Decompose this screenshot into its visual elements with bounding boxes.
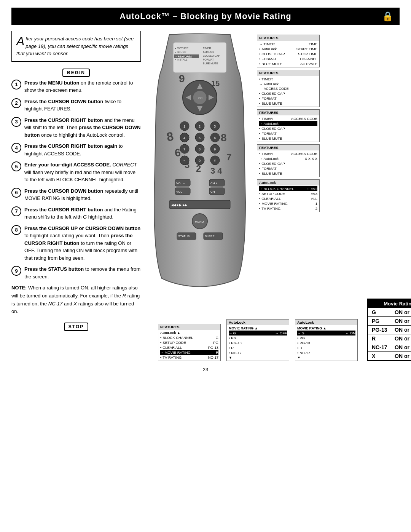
rating-row-pg13: PG-13 ON or OFF [368,326,411,334]
svg-text:• PICTURE: • PICTURE [175,47,188,50]
step-7-number: 7 [11,206,21,216]
remote-control: • PICTURE • SOUND →FEATURES • INSTALL TI… [147,31,253,291]
step-1-number: 1 [11,80,21,89]
menu-1-row-blue: • BLUE MUTE ACTIVATE [259,61,317,66]
page-header: AutoLock™ – Blocking by Movie Rating 🔒 [11,8,400,25]
step-3-number: 3 [11,117,21,127]
menu-1-row-timer: → TIMER TIME [259,42,317,46]
m2-autolock: → AutoLock [259,81,317,86]
rating-table-title: Movie Rating Options [384,301,411,307]
svg-text:VOL +: VOL + [176,182,185,185]
step-7-text: Press the CURSOR RIGHT button and the Ra… [24,206,141,221]
page: AutoLock™ – Blocking by Movie Rating 🔒 A… [0,0,411,532]
bm3-rating-label: MOVIE RATING ▲ [297,326,355,331]
step-9-number: 9 [11,266,21,276]
svg-text:FORMAT: FORMAT [203,58,214,61]
rating-val-x: ON or OFF [395,353,411,359]
m5-block: → BLOCK CHANNEL ↔ AV2 [259,186,317,191]
bullet-icon: • [259,47,260,51]
m2-blue: • BLUE MUTE [259,101,317,106]
bm1-body: AutoLock ▲ • BLOCK CHANNEL G • SETUP COD… [158,330,220,361]
m5-movie: • MOVIE RATING 1 [259,201,317,206]
svg-text:• INSTALL: • INSTALL [175,58,187,61]
value: STOP TIME [298,52,317,56]
menu-box-3: FEATURES • TIMER ACCESS CODE → AutoLock … [257,109,320,142]
label: BLUE MUTE [261,62,282,66]
svg-text:8: 8 [199,147,201,151]
rating-table-header: Movie Rating Options [368,299,411,308]
rating-code-nc17: NC-17 [372,344,395,350]
bullet-icon: • [259,62,260,66]
bm1-features-header: FEATURES [158,324,220,330]
bm3-nc17: • NC-17 [297,350,355,355]
m2-access: ACCESS CODE - - - - [264,86,317,91]
rating-code-r: R [372,335,395,342]
m5-clear: • CLEAR ALL ALL [259,196,317,201]
step-8: 8 Press the CURSOR UP or CURSOR DOWN but… [11,225,141,262]
m3-blue: • BLUE MUTE [259,136,317,141]
step-1-text: Press the MENU button on the remote cont… [24,79,141,94]
bm1-setup: • SETUP CODE PG [160,340,218,345]
svg-text:5: 5 [199,136,201,140]
arrow-icon: → [259,42,263,46]
page-title: AutoLock™ – Blocking by Movie Rating [119,11,292,21]
value: TIME [309,42,317,46]
menu-1-row-format: • FORMAT CHANNEL [259,56,317,61]
step-4-number: 4 [11,143,21,153]
steps-container: 1 Press the MENU button on the remote co… [11,79,141,281]
step-7: 7 Press the CURSOR RIGHT button and the … [11,206,141,221]
menu-box-4: FEATURES • TIMER ACCESS CODE → AutoLock … [257,144,320,177]
svg-text:7: 7 [183,147,185,151]
menu-4-body: • TIMER ACCESS CODE → AutoLock X X X X • [257,150,319,177]
menu-5-body: → BLOCK CHANNEL ↔ AV2 • SETUP CODE AV3 • [257,185,319,212]
svg-text:7: 7 [226,152,231,162]
menu-3-header: FEATURES [257,110,319,115]
menu-box-5: AutoLock → BLOCK CHANNEL ↔ AV2 • SETUP C… [257,179,320,212]
rating-val-pg13: ON or OFF [395,327,411,333]
svg-text:9: 9 [214,147,216,151]
value: CHANNEL [300,57,317,61]
bm3-r: • R [297,345,355,350]
label: TIMER [264,42,275,46]
svg-text:4: 4 [183,136,185,140]
svg-text:2: 2 [196,163,201,174]
menu-3-body: • TIMER ACCESS CODE → AutoLock - - - - • [257,115,319,142]
step-2-number: 2 [11,98,21,108]
step-4-text: Press the CURSOR RIGHT button again to h… [24,142,141,157]
bottom-menu-3: AutoLock MOVIE RATING ▲ → G ↔ ON • PG [295,319,358,361]
label: FORMAT [261,57,276,61]
svg-text:MENU: MENU [195,220,204,224]
rating-val-g: ON or OFF [395,309,411,315]
svg-text:BLUE MUTE: BLUE MUTE [203,62,218,65]
note-text: When a rating is turned ON, all higher r… [11,285,140,314]
menu-2-body: • TIMER → AutoLock ACCESS CODE - - - - [257,76,319,107]
bm3-pg: • PG [297,335,355,340]
bullet-icon: • [259,52,260,56]
rating-row-x: X ON or OFF [368,352,411,360]
stop-badge-container: STOP [11,320,141,333]
svg-text:TIMER: TIMER [203,47,211,50]
m3-autolock: → AutoLock - - - - [259,121,317,126]
bottom-section: FEATURES AutoLock ▲ • BLOCK CHANNEL G • … [147,299,411,361]
svg-text:VOL -: VOL - [176,190,184,193]
intro-text: fter your personal access code has been … [16,36,134,56]
svg-text:15: 15 [211,79,220,88]
step-9: 9 Press the STATUS button to remove the … [11,265,141,280]
svg-text:9: 9 [179,73,185,85]
svg-text:• SOUND: • SOUND [175,51,186,53]
value: ACTIVATE [300,62,317,66]
label: CLOSED CAP [261,52,285,56]
page-number-value: 23 [203,367,208,372]
bm2-nc17: • NC-17 [229,350,287,355]
bm1-movie: → MOVIE RATING R [160,350,218,355]
svg-text:CH -: CH - [210,190,217,193]
svg-text:1: 1 [183,125,185,128]
rating-row-g: G ON or OFF [368,308,411,317]
right-column: • PICTURE • SOUND →FEATURES • INSTALL TI… [147,31,411,361]
rating-code-pg13: PG-13 [372,327,395,333]
step-2-text: Press the CURSOR DOWN button twice to hi… [24,98,141,113]
m2-format: • FORMAT [259,96,317,101]
intro-box: A fter your personal access code has bee… [11,31,141,62]
menu-box-1: FEATURES → TIMER TIME • AutoLock START T… [257,35,320,67]
bm1-block: • BLOCK CHANNEL G [160,335,218,340]
